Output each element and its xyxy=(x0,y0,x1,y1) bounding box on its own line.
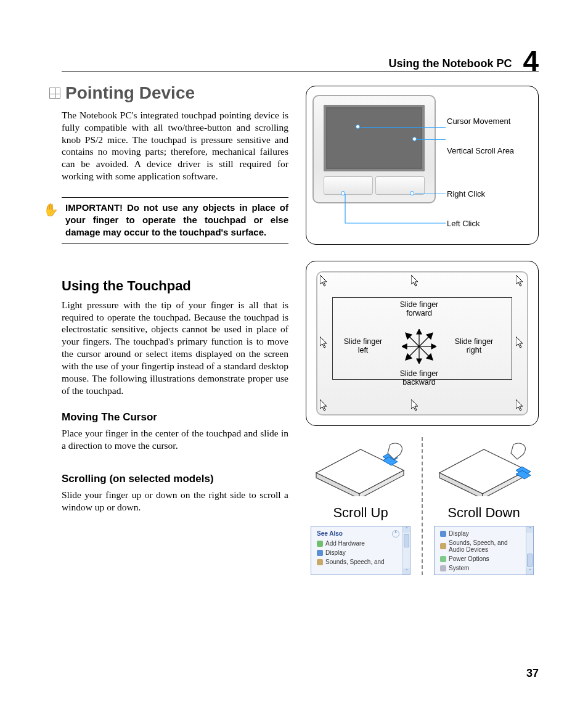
panel-down-item-3: System xyxy=(449,565,469,571)
left-button xyxy=(324,176,373,195)
touchpad-illustration xyxy=(312,95,436,203)
using-touchpad-paragraph: Light pressure with the tip of your fing… xyxy=(62,299,288,397)
touchpad-surface xyxy=(324,105,425,171)
hand-icon: ✋ xyxy=(43,202,59,218)
svg-marker-15 xyxy=(431,344,436,349)
panel-down-item-1: Sounds, Speech, and Audio Devices xyxy=(449,539,523,553)
panel-up-header: See Also xyxy=(317,530,343,538)
section-heading-text: Pointing Device xyxy=(65,83,195,103)
chapter-header: Using the Notebook PC 4 xyxy=(62,46,539,72)
important-text: IMPORTANT! Do not use any objects in pla… xyxy=(65,202,288,238)
svg-marker-0 xyxy=(320,275,327,286)
svg-marker-5 xyxy=(320,399,327,411)
left-click-leader xyxy=(343,194,446,231)
page-number: 37 xyxy=(526,667,539,680)
svg-marker-6 xyxy=(411,399,418,411)
scroll-down-caption: Scroll Down xyxy=(429,505,539,521)
chapter-number: 4 xyxy=(523,50,539,73)
panel-down-item-0: Display xyxy=(449,530,469,537)
using-touchpad-heading: Using the Touchpad xyxy=(62,278,288,294)
scroll-down-arrow-icon: ˅ xyxy=(403,568,410,575)
svg-marker-7 xyxy=(516,399,523,411)
section-heading: Pointing Device xyxy=(49,83,288,103)
moving-cursor-heading: Moving The Cursor xyxy=(62,411,288,424)
right-button xyxy=(375,176,425,195)
scroll-down-column: Scroll Down Display Sounds, Speech, and … xyxy=(429,437,539,575)
scrollbar: ˄ ˅ xyxy=(526,526,533,575)
cursor-icon xyxy=(411,275,420,287)
scroll-up-arrow-icon: ˄ xyxy=(403,526,410,533)
label-slide-forward: Slide finger forward xyxy=(394,301,444,318)
scroll-up-column: Scroll Up See Also˄ Add Hardware Display… xyxy=(306,437,415,575)
scroll-down-arrow-icon: ˅ xyxy=(526,568,533,575)
svg-marker-2 xyxy=(516,275,523,286)
cursor-icon xyxy=(516,399,525,412)
label-vertical-scroll: Vertical Scroll Area xyxy=(447,147,514,156)
collapse-icon: ˄ xyxy=(392,530,399,538)
scroll-down-illustration xyxy=(435,437,533,496)
important-note: ✋ IMPORTANT! Do not use any objects in p… xyxy=(62,197,288,243)
svg-marker-1 xyxy=(411,275,418,286)
svg-marker-3 xyxy=(320,337,327,348)
panel-down-item-2: Power Options xyxy=(449,555,489,562)
figure-scroll-row: Scroll Up See Also˄ Add Hardware Display… xyxy=(306,437,539,575)
label-left-click: Left Click xyxy=(447,219,480,229)
moving-cursor-paragraph: Place your finger in the center of the t… xyxy=(62,427,288,452)
grid-icon xyxy=(49,88,60,99)
svg-marker-13 xyxy=(402,344,407,349)
cursor-icon xyxy=(320,399,329,412)
cursor-icon xyxy=(516,337,525,349)
svg-marker-11 xyxy=(417,359,422,364)
chapter-title: Using the Notebook PC xyxy=(388,57,512,70)
label-slide-left: Slide finger left xyxy=(338,338,388,355)
label-right-click: Right Click xyxy=(447,190,485,199)
cursor-icon xyxy=(411,399,420,412)
scrolling-heading: Scrolling (on selected models) xyxy=(62,473,288,485)
panel-up-item-2: Sounds, Speech, and xyxy=(325,559,385,565)
figure-slide-directions: Slide finger forward Slide finger left S… xyxy=(306,261,539,426)
cursor-icon xyxy=(320,275,329,287)
svg-marker-4 xyxy=(516,337,523,348)
panel-scroll-down: Display Sounds, Speech, and Audio Device… xyxy=(434,526,534,575)
svg-marker-9 xyxy=(417,329,422,334)
scroll-up-caption: Scroll Up xyxy=(306,505,415,521)
label-slide-backward: Slide finger backward xyxy=(394,370,444,387)
panel-scroll-up: See Also˄ Add Hardware Display Sounds, S… xyxy=(311,526,410,575)
scrollbar: ˄ ˅ xyxy=(402,526,410,575)
cursor-icon xyxy=(320,337,329,349)
label-slide-right: Slide finger right xyxy=(449,338,499,355)
label-cursor-movement: Cursor Movement xyxy=(447,117,510,126)
scrolling-paragraph: Slide your finger up or down on the righ… xyxy=(62,489,288,514)
cursor-icon xyxy=(516,275,525,287)
panel-up-item-1: Display xyxy=(325,549,346,556)
direction-star-icon xyxy=(402,329,436,364)
figure-touchpad-callouts: Cursor Movement Vertical Scroll Area Rig… xyxy=(306,86,539,245)
intro-paragraph: The Notebook PC's integrated touchpad po… xyxy=(62,109,288,182)
scroll-up-arrow-icon: ˄ xyxy=(526,526,533,533)
scroll-up-illustration xyxy=(311,437,410,496)
panel-up-item-0: Add Hardware xyxy=(325,540,365,547)
vertical-divider xyxy=(422,437,423,575)
